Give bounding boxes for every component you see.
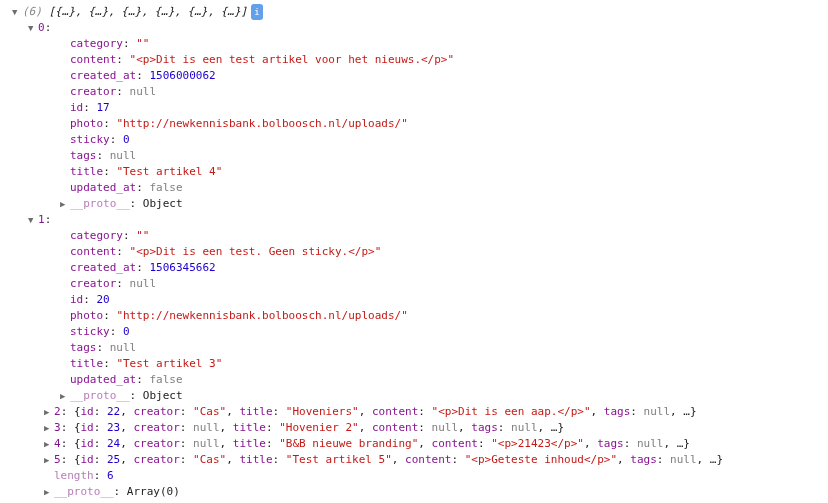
prop-value: Object xyxy=(143,196,183,212)
array-index: 5 xyxy=(54,452,61,468)
prop-key: updated_at xyxy=(70,180,136,196)
array-preview: [{…}, {…}, {…}, {…}, {…}, {…}] xyxy=(49,4,248,20)
disclosure-triangle-icon[interactable]: ▶ xyxy=(44,452,54,468)
prop-value: "<p>Dit is een test. Geen sticky.</p>" xyxy=(130,244,382,260)
prop-key: tags xyxy=(70,340,97,356)
prop-value: 17 xyxy=(97,100,110,116)
prop-key: content xyxy=(70,52,116,68)
prop-value: 6 xyxy=(107,468,114,484)
disclosure-triangle-icon[interactable]: ▶ xyxy=(44,484,54,500)
prop-key: photo xyxy=(70,308,103,324)
object-preview: {id: 23, creator: null, title: "Hovenier… xyxy=(74,420,564,436)
prop-key: sticky xyxy=(70,132,110,148)
object-prop-row: ▶title: "Test artikel 3" xyxy=(12,356,816,372)
array-summary-row[interactable]: ▼ (6) [{…}, {…}, {…}, {…}, {…}, {…}] i xyxy=(12,4,816,20)
prop-value: false xyxy=(149,372,182,388)
prop-key: creator xyxy=(70,84,116,100)
prop-key: updated_at xyxy=(70,372,136,388)
object-preview: {id: 24, creator: null, title: "B&B nieu… xyxy=(74,436,690,452)
prop-value: "" xyxy=(136,36,149,52)
disclosure-triangle-icon[interactable]: ▶ xyxy=(44,436,54,452)
disclosure-triangle-icon[interactable]: ▶ xyxy=(44,404,54,420)
prop-value: 0 xyxy=(123,132,130,148)
object-proto-row[interactable]: ▶__proto__: Object xyxy=(12,388,816,404)
prop-key: content xyxy=(70,244,116,260)
array-index: 3 xyxy=(54,420,61,436)
prop-value: Array(0) xyxy=(127,484,180,500)
disclosure-triangle-icon[interactable]: ▼ xyxy=(28,212,38,228)
array-index: 1 xyxy=(38,212,45,228)
prop-key: id xyxy=(70,100,83,116)
prop-key: id xyxy=(70,292,83,308)
object-prop-row: ▶photo: "http://newkennisbank.bolboosch.… xyxy=(12,308,816,324)
prop-value: 0 xyxy=(123,324,130,340)
array-item-row[interactable]: ▼0: xyxy=(12,20,816,36)
prop-key: title xyxy=(70,356,103,372)
prop-value: "<p>Dit is een test artikel voor het nie… xyxy=(130,52,455,68)
array-proto-row[interactable]: ▶ __proto__: Array(0) xyxy=(12,484,816,500)
object-prop-row: ▶creator: null xyxy=(12,84,816,100)
prop-key: title xyxy=(70,164,103,180)
prop-value: "" xyxy=(136,228,149,244)
prop-value: "Test artikel 3" xyxy=(116,356,222,372)
prop-value: false xyxy=(149,180,182,196)
prop-key: sticky xyxy=(70,324,110,340)
array-index: 4 xyxy=(54,436,61,452)
object-prop-row: ▶content: "<p>Dit is een test. Geen stic… xyxy=(12,244,816,260)
array-item-row-collapsed[interactable]: ▶2: {id: 22, creator: "Cas", title: "Hov… xyxy=(12,404,816,420)
prop-key: photo xyxy=(70,116,103,132)
object-prop-row: ▶category: "" xyxy=(12,228,816,244)
prop-key: category xyxy=(70,228,123,244)
disclosure-triangle-icon[interactable]: ▼ xyxy=(28,20,38,36)
array-index: 2 xyxy=(54,404,61,420)
object-prop-row: ▶tags: null xyxy=(12,148,816,164)
prop-value: "http://newkennisbank.bolboosch.nl/uploa… xyxy=(116,116,407,132)
object-prop-row: ▶creator: null xyxy=(12,276,816,292)
object-prop-row: ▶updated_at: false xyxy=(12,180,816,196)
prop-value: null xyxy=(110,148,137,164)
object-prop-row: ▶id: 17 xyxy=(12,100,816,116)
object-prop-row: ▶title: "Test artikel 4" xyxy=(12,164,816,180)
array-item-row-collapsed[interactable]: ▶4: {id: 24, creator: null, title: "B&B … xyxy=(12,436,816,452)
object-proto-row[interactable]: ▶__proto__: Object xyxy=(12,196,816,212)
prop-value: 1506345662 xyxy=(149,260,215,276)
object-preview: {id: 22, creator: "Cas", title: "Hovenie… xyxy=(74,404,697,420)
prop-value: Object xyxy=(143,388,183,404)
array-item-row-collapsed[interactable]: ▶5: {id: 25, creator: "Cas", title: "Tes… xyxy=(12,452,816,468)
prop-key: __proto__ xyxy=(54,484,114,500)
object-prop-row: ▶photo: "http://newkennisbank.bolboosch.… xyxy=(12,116,816,132)
prop-value: "http://newkennisbank.bolboosch.nl/uploa… xyxy=(116,308,407,324)
prop-key: tags xyxy=(70,148,97,164)
object-prop-row: ▶updated_at: false xyxy=(12,372,816,388)
object-prop-row: ▶category: "" xyxy=(12,36,816,52)
prop-key: __proto__ xyxy=(70,196,130,212)
object-prop-row: ▶created_at: 1506345662 xyxy=(12,260,816,276)
prop-key: created_at xyxy=(70,68,136,84)
object-prop-row: ▶content: "<p>Dit is een test artikel vo… xyxy=(12,52,816,68)
info-badge-icon[interactable]: i xyxy=(251,4,262,20)
object-prop-row: ▶sticky: 0 xyxy=(12,324,816,340)
object-prop-row: ▶created_at: 1506000062 xyxy=(12,68,816,84)
object-prop-row: ▶tags: null xyxy=(12,340,816,356)
prop-key: __proto__ xyxy=(70,388,130,404)
prop-value: "Test artikel 4" xyxy=(116,164,222,180)
prop-value: null xyxy=(130,276,157,292)
array-length-row: ▶ length: 6 xyxy=(12,468,816,484)
prop-value: null xyxy=(130,84,157,100)
prop-key: created_at xyxy=(70,260,136,276)
prop-value: 20 xyxy=(97,292,110,308)
prop-key: category xyxy=(70,36,123,52)
array-length-label: (6) xyxy=(22,4,42,20)
array-item-row[interactable]: ▼1: xyxy=(12,212,816,228)
array-item-row-collapsed[interactable]: ▶3: {id: 23, creator: null, title: "Hove… xyxy=(12,420,816,436)
prop-key: creator xyxy=(70,276,116,292)
prop-key: length xyxy=(54,468,94,484)
disclosure-triangle-icon[interactable]: ▶ xyxy=(60,196,70,212)
object-prop-row: ▶sticky: 0 xyxy=(12,132,816,148)
prop-value: null xyxy=(110,340,137,356)
disclosure-triangle-icon[interactable]: ▼ xyxy=(12,4,22,20)
disclosure-triangle-icon[interactable]: ▶ xyxy=(44,420,54,436)
object-preview: {id: 25, creator: "Cas", title: "Test ar… xyxy=(74,452,723,468)
array-index: 0 xyxy=(38,20,45,36)
disclosure-triangle-icon[interactable]: ▶ xyxy=(60,388,70,404)
